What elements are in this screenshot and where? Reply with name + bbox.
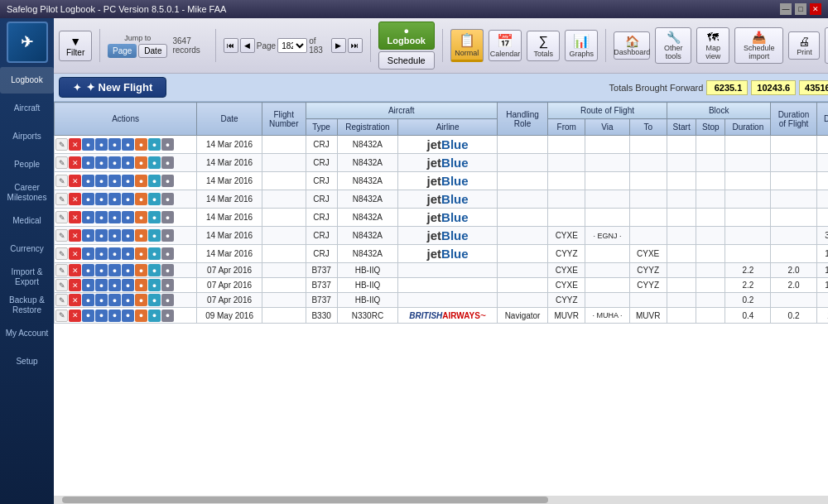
- action-icon-2[interactable]: ●: [82, 247, 94, 260]
- action-icon-5[interactable]: ●: [122, 247, 134, 260]
- web-sync-button[interactable]: ☁ Web sync: [825, 27, 828, 65]
- action-icon-7[interactable]: ●: [148, 211, 161, 223]
- action-icon-5[interactable]: ●: [122, 175, 134, 187]
- calendar-view-button[interactable]: 📅 Calendar: [489, 30, 522, 61]
- action-icon-5[interactable]: ●: [122, 294, 134, 306]
- action-icon-1[interactable]: ✕: [69, 138, 81, 151]
- action-icon-1[interactable]: ✕: [69, 156, 81, 169]
- flight-table-container[interactable]: Actions Date FlightNumber Aircraft Handl…: [54, 102, 828, 496]
- action-icon-5[interactable]: ●: [122, 211, 134, 223]
- action-icon-3[interactable]: ●: [95, 193, 108, 205]
- action-icon-2[interactable]: ●: [82, 193, 94, 205]
- sidebar-item-airports[interactable]: Airports: [0, 123, 54, 150]
- next-page-button[interactable]: ▶: [331, 38, 346, 53]
- action-icon-0[interactable]: ✎: [55, 294, 68, 306]
- action-icon-6[interactable]: ●: [135, 211, 147, 223]
- action-icon-7[interactable]: ●: [148, 310, 161, 322]
- action-icon-6[interactable]: ●: [135, 138, 147, 151]
- action-icon-6[interactable]: ●: [135, 229, 147, 242]
- action-icon-4[interactable]: ●: [108, 229, 121, 242]
- action-icon-0[interactable]: ✎: [55, 279, 68, 291]
- action-icon-2[interactable]: ●: [82, 211, 94, 223]
- action-icon-7[interactable]: ●: [148, 156, 161, 169]
- action-icon-3[interactable]: ●: [95, 211, 108, 223]
- logbook-button[interactable]: ● Logbook: [378, 22, 435, 50]
- action-icon-5[interactable]: ●: [122, 229, 134, 242]
- action-icon-8[interactable]: ●: [161, 156, 174, 169]
- close-button[interactable]: ✕: [810, 3, 821, 15]
- action-icon-2[interactable]: ●: [82, 138, 94, 151]
- other-tools-button[interactable]: 🔧 Other tools: [655, 27, 691, 65]
- action-icon-7[interactable]: ●: [148, 264, 161, 276]
- maximize-button[interactable]: □: [795, 3, 806, 15]
- sidebar-item-logbook[interactable]: Logbook: [0, 67, 54, 94]
- action-icon-5[interactable]: ●: [122, 156, 134, 169]
- action-icon-5[interactable]: ●: [122, 279, 134, 291]
- action-icon-8[interactable]: ●: [161, 279, 174, 291]
- action-icon-1[interactable]: ✕: [69, 247, 81, 260]
- first-page-button[interactable]: ⏮: [224, 38, 238, 53]
- action-icon-8[interactable]: ●: [161, 211, 174, 223]
- sidebar-item-career-milestones[interactable]: Career Milestones: [0, 180, 54, 206]
- sidebar-item-setup[interactable]: Setup: [0, 348, 54, 375]
- action-icon-7[interactable]: ●: [148, 175, 161, 187]
- filter-button[interactable]: ▼ Filter: [59, 31, 92, 61]
- action-icon-4[interactable]: ●: [108, 193, 121, 205]
- jump-date-button[interactable]: Date: [138, 44, 167, 58]
- action-icon-4[interactable]: ●: [108, 175, 121, 187]
- action-icon-0[interactable]: ✎: [55, 138, 68, 151]
- totals-view-button[interactable]: ∑ Totals: [527, 31, 560, 61]
- action-icon-7[interactable]: ●: [148, 193, 161, 205]
- horizontal-scrollbar[interactable]: [54, 496, 828, 504]
- action-icon-1[interactable]: ✕: [69, 175, 81, 187]
- action-icon-0[interactable]: ✎: [55, 264, 68, 276]
- action-icon-4[interactable]: ●: [108, 279, 121, 291]
- action-icon-5[interactable]: ●: [122, 193, 134, 205]
- action-icon-2[interactable]: ●: [82, 156, 94, 169]
- action-icon-7[interactable]: ●: [148, 229, 161, 242]
- jump-page-button[interactable]: Page: [108, 44, 137, 58]
- action-icon-1[interactable]: ✕: [69, 310, 81, 322]
- action-icon-5[interactable]: ●: [122, 310, 134, 322]
- action-icon-0[interactable]: ✎: [55, 175, 68, 187]
- action-icon-2[interactable]: ●: [82, 294, 94, 306]
- action-icon-8[interactable]: ●: [161, 229, 174, 242]
- action-icon-0[interactable]: ✎: [55, 156, 68, 169]
- action-icon-1[interactable]: ✕: [69, 211, 81, 223]
- action-icon-6[interactable]: ●: [135, 294, 147, 306]
- schedule-button[interactable]: Schedule: [378, 51, 435, 70]
- action-icon-2[interactable]: ●: [82, 229, 94, 242]
- action-icon-4[interactable]: ●: [108, 138, 121, 151]
- action-icon-3[interactable]: ●: [95, 264, 108, 276]
- dashboard-button[interactable]: 🏠 Dashboard: [614, 31, 650, 60]
- action-icon-6[interactable]: ●: [135, 264, 147, 276]
- action-icon-6[interactable]: ●: [135, 310, 147, 322]
- action-icon-0[interactable]: ✎: [55, 247, 68, 260]
- scrollbar-thumb[interactable]: [62, 497, 548, 503]
- action-icon-7[interactable]: ●: [148, 247, 161, 260]
- action-icon-8[interactable]: ●: [161, 193, 174, 205]
- action-icon-5[interactable]: ●: [122, 264, 134, 276]
- schedule-import-button[interactable]: 📥 Schedule import: [734, 27, 783, 65]
- action-icon-6[interactable]: ●: [135, 156, 147, 169]
- action-icon-7[interactable]: ●: [148, 294, 161, 306]
- action-icon-1[interactable]: ✕: [69, 229, 81, 242]
- sidebar-item-backup-restore[interactable]: Backup & Restore: [0, 292, 54, 319]
- prev-page-button[interactable]: ◀: [240, 38, 255, 53]
- action-icon-4[interactable]: ●: [108, 264, 121, 276]
- action-icon-4[interactable]: ●: [108, 247, 121, 260]
- action-icon-3[interactable]: ●: [95, 294, 108, 306]
- action-icon-2[interactable]: ●: [82, 310, 94, 322]
- action-icon-0[interactable]: ✎: [55, 229, 68, 242]
- action-icon-3[interactable]: ●: [95, 310, 108, 322]
- action-icon-7[interactable]: ●: [148, 279, 161, 291]
- action-icon-8[interactable]: ●: [161, 264, 174, 276]
- action-icon-1[interactable]: ✕: [69, 193, 81, 205]
- action-icon-1[interactable]: ✕: [69, 264, 81, 276]
- action-icon-3[interactable]: ●: [95, 138, 108, 151]
- action-icon-6[interactable]: ●: [135, 175, 147, 187]
- action-icon-6[interactable]: ●: [135, 247, 147, 260]
- action-icon-2[interactable]: ●: [82, 264, 94, 276]
- action-icon-5[interactable]: ●: [122, 138, 134, 151]
- action-icon-3[interactable]: ●: [95, 279, 108, 291]
